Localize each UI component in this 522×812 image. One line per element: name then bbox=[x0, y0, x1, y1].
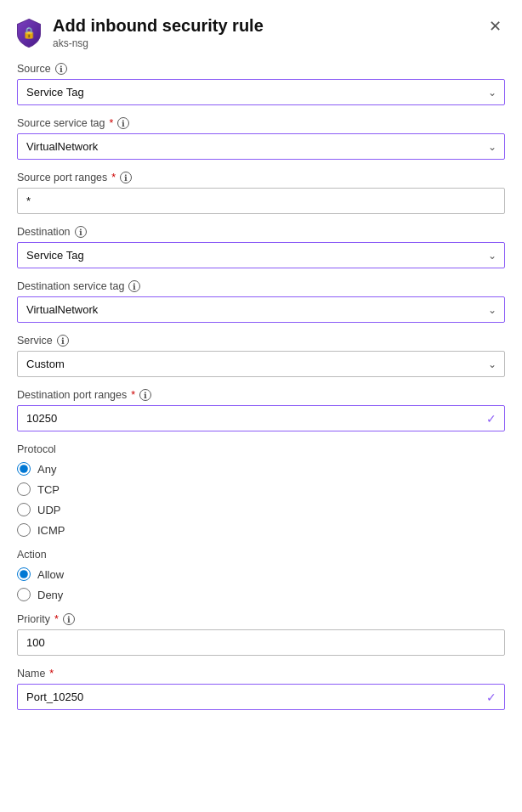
action-group: Action Allow Deny bbox=[17, 549, 505, 601]
form-body: Source ℹ Service Tag Any IP Addresses My… bbox=[0, 58, 522, 739]
protocol-group: Protocol Any TCP UDP ICMP bbox=[17, 443, 505, 537]
destination-service-tag-label: Destination service tag ℹ bbox=[17, 280, 505, 292]
priority-group: Priority * ℹ bbox=[17, 613, 505, 656]
service-label: Service ℹ bbox=[17, 335, 505, 347]
destination-port-ranges-input-wrapper: ✓ bbox=[17, 405, 505, 431]
panel: 🔒 Add inbound security rule aks-nsg ✕ So… bbox=[0, 0, 522, 812]
protocol-label: Protocol bbox=[17, 443, 505, 455]
shield-icon: 🔒 bbox=[14, 17, 44, 48]
service-group: Service ℹ Custom HTTP HTTPS RDP SSH ⌄ bbox=[17, 335, 505, 377]
name-input[interactable] bbox=[17, 684, 505, 710]
panel-title: Add inbound security rule bbox=[53, 15, 264, 36]
source-info-icon[interactable]: ℹ bbox=[55, 63, 67, 75]
destination-service-tag-info-icon[interactable]: ℹ bbox=[128, 280, 140, 292]
source-group: Source ℹ Service Tag Any IP Addresses My… bbox=[17, 63, 505, 105]
action-deny-option[interactable]: Deny bbox=[17, 588, 505, 601]
destination-service-tag-select-wrapper: VirtualNetwork Internet AzureLoadBalance… bbox=[17, 296, 505, 323]
panel-title-area: 🔒 Add inbound security rule aks-nsg bbox=[14, 15, 264, 49]
service-select[interactable]: Custom HTTP HTTPS RDP SSH bbox=[17, 351, 505, 377]
action-label: Action bbox=[17, 549, 505, 561]
protocol-icmp-option[interactable]: ICMP bbox=[17, 523, 505, 537]
destination-port-ranges-label: Destination port ranges * ℹ bbox=[17, 389, 505, 401]
destination-port-ranges-info-icon[interactable]: ℹ bbox=[139, 389, 151, 401]
destination-label: Destination ℹ bbox=[17, 226, 505, 238]
source-port-ranges-input[interactable] bbox=[17, 188, 505, 214]
destination-select[interactable]: Service Tag Any IP Addresses Application… bbox=[17, 242, 505, 268]
action-deny-radio[interactable] bbox=[17, 588, 31, 601]
destination-select-wrapper: Service Tag Any IP Addresses Application… bbox=[17, 242, 505, 268]
panel-title-text: Add inbound security rule aks-nsg bbox=[53, 15, 264, 49]
priority-input[interactable] bbox=[17, 629, 505, 656]
source-select[interactable]: Service Tag Any IP Addresses My IP addre… bbox=[17, 79, 505, 105]
protocol-tcp-option[interactable]: TCP bbox=[17, 482, 505, 496]
source-label: Source ℹ bbox=[17, 63, 505, 75]
protocol-tcp-radio[interactable] bbox=[17, 482, 31, 496]
destination-port-ranges-input[interactable] bbox=[17, 405, 505, 431]
source-port-ranges-group: Source port ranges * ℹ bbox=[17, 172, 505, 214]
name-label: Name * bbox=[17, 668, 505, 679]
close-button[interactable]: ✕ bbox=[485, 15, 505, 37]
protocol-any-radio[interactable] bbox=[17, 462, 31, 476]
protocol-udp-radio[interactable] bbox=[17, 503, 31, 516]
panel-subtitle: aks-nsg bbox=[53, 37, 264, 49]
destination-service-tag-group: Destination service tag ℹ VirtualNetwork… bbox=[17, 280, 505, 323]
destination-group: Destination ℹ Service Tag Any IP Address… bbox=[17, 226, 505, 268]
name-group: Name * ✓ bbox=[17, 668, 505, 710]
source-service-tag-select-wrapper: VirtualNetwork Internet AzureLoadBalance… bbox=[17, 133, 505, 160]
protocol-icmp-radio[interactable] bbox=[17, 523, 31, 537]
protocol-udp-option[interactable]: UDP bbox=[17, 503, 505, 516]
protocol-any-option[interactable]: Any bbox=[17, 462, 505, 476]
priority-label: Priority * ℹ bbox=[17, 613, 505, 625]
source-port-ranges-label: Source port ranges * ℹ bbox=[17, 172, 505, 183]
svg-text:🔒: 🔒 bbox=[22, 25, 37, 40]
source-service-tag-label: Source service tag * ℹ bbox=[17, 117, 505, 129]
protocol-radio-group: Any TCP UDP ICMP bbox=[17, 462, 505, 537]
panel-header: 🔒 Add inbound security rule aks-nsg ✕ bbox=[0, 0, 522, 58]
name-input-wrapper: ✓ bbox=[17, 684, 505, 710]
destination-service-tag-select[interactable]: VirtualNetwork Internet AzureLoadBalance… bbox=[17, 296, 505, 323]
source-select-wrapper: Service Tag Any IP Addresses My IP addre… bbox=[17, 79, 505, 105]
priority-info-icon[interactable]: ℹ bbox=[63, 613, 75, 625]
action-allow-option[interactable]: Allow bbox=[17, 567, 505, 581]
source-service-tag-info-icon[interactable]: ℹ bbox=[117, 117, 129, 129]
source-port-ranges-info-icon[interactable]: ℹ bbox=[120, 172, 132, 183]
destination-port-ranges-group: Destination port ranges * ℹ ✓ bbox=[17, 389, 505, 431]
action-radio-group: Allow Deny bbox=[17, 567, 505, 601]
action-allow-radio[interactable] bbox=[17, 567, 31, 581]
source-service-tag-select[interactable]: VirtualNetwork Internet AzureLoadBalance… bbox=[17, 133, 505, 160]
destination-info-icon[interactable]: ℹ bbox=[75, 226, 87, 238]
service-info-icon[interactable]: ℹ bbox=[57, 335, 69, 347]
service-select-wrapper: Custom HTTP HTTPS RDP SSH ⌄ bbox=[17, 351, 505, 377]
source-service-tag-group: Source service tag * ℹ VirtualNetwork In… bbox=[17, 117, 505, 160]
